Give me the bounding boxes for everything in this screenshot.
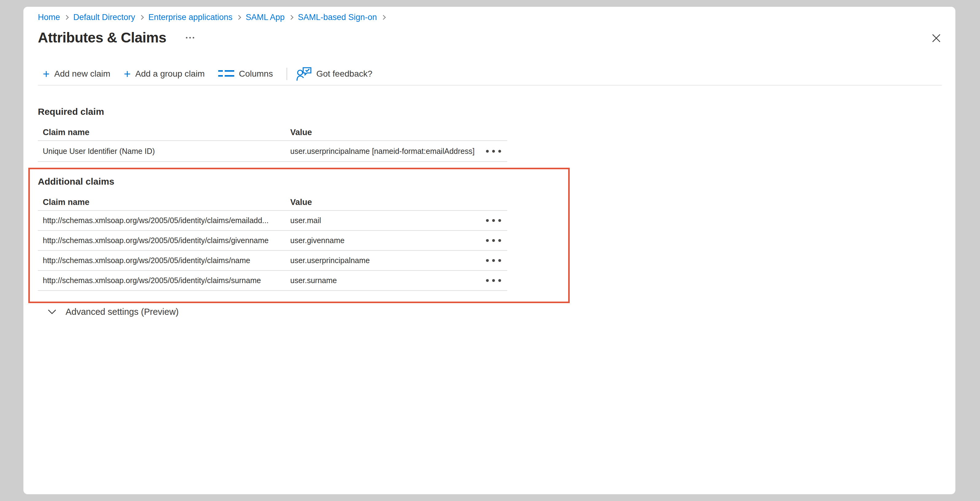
columns-button[interactable]: Columns: [218, 69, 273, 79]
chevron-right-icon: [139, 15, 144, 20]
context-menu-button[interactable]: [184, 35, 196, 40]
table-row[interactable]: Unique User Identifier (Name ID) user.us…: [38, 141, 507, 162]
command-bar: + Add new claim + Add a group claim Colu…: [38, 67, 942, 81]
close-button[interactable]: [929, 32, 943, 45]
close-icon: [931, 33, 941, 43]
claim-name-column-header: Claim name: [38, 197, 290, 207]
row-actions-button[interactable]: [484, 257, 504, 264]
breadcrumb-saml-based-sign-on[interactable]: SAML-based Sign-on: [298, 13, 377, 22]
breadcrumb: Home Default Directory Enterprise applic…: [38, 13, 942, 22]
table-row[interactable]: http://schemas.xmlsoap.org/ws/2005/05/id…: [38, 211, 507, 231]
add-group-claim-label: Add a group claim: [135, 69, 205, 79]
toolbar-rule: [38, 85, 942, 86]
value-column-header: Value: [290, 197, 479, 207]
advanced-settings-toggle[interactable]: Advanced settings (Preview): [48, 306, 942, 317]
chevron-right-icon: [236, 15, 241, 20]
additional-claims-table: Claim name Value http://schemas.xmlsoap.…: [38, 194, 507, 291]
claim-name-cell: http://schemas.xmlsoap.org/ws/2005/05/id…: [38, 256, 290, 265]
attributes-claims-blade: Home Default Directory Enterprise applic…: [23, 7, 955, 494]
claim-name-cell: http://schemas.xmlsoap.org/ws/2005/05/id…: [38, 236, 290, 245]
breadcrumb-home[interactable]: Home: [38, 13, 60, 22]
add-new-claim-label: Add new claim: [54, 69, 110, 79]
claim-name-cell: http://schemas.xmlsoap.org/ws/2005/05/id…: [38, 216, 290, 225]
feedback-icon: [296, 67, 312, 81]
page-title: Attributes & Claims: [38, 29, 166, 46]
required-claim-table: Claim name Value Unique User Identifier …: [38, 125, 507, 162]
value-column-header: Value: [290, 128, 479, 137]
value-cell: user.surname: [290, 276, 479, 285]
claim-name-column-header: Claim name: [38, 128, 290, 137]
table-row[interactable]: http://schemas.xmlsoap.org/ws/2005/05/id…: [38, 271, 507, 291]
table-header-row: Claim name Value: [38, 194, 507, 211]
plus-icon: +: [124, 68, 130, 80]
chevron-right-icon: [289, 15, 294, 20]
chevron-right-icon: [64, 15, 69, 20]
row-actions-button[interactable]: [484, 147, 504, 155]
table-row[interactable]: http://schemas.xmlsoap.org/ws/2005/05/id…: [38, 251, 507, 271]
row-actions-button[interactable]: [484, 217, 504, 224]
value-cell: user.userprincipalname [nameid-format:em…: [290, 147, 479, 156]
columns-icon: [218, 69, 234, 78]
blade-header: Attributes & Claims: [38, 29, 942, 46]
value-cell: user.userprincipalname: [290, 256, 479, 265]
toolbar-divider: [286, 68, 287, 80]
row-actions-button[interactable]: [484, 237, 504, 244]
advanced-settings-label: Advanced settings (Preview): [65, 307, 179, 317]
add-group-claim-button[interactable]: + Add a group claim: [124, 68, 205, 80]
breadcrumb-default-directory[interactable]: Default Directory: [73, 13, 135, 22]
claim-name-cell: Unique User Identifier (Name ID): [38, 147, 290, 156]
got-feedback-button[interactable]: Got feedback?: [296, 67, 372, 81]
got-feedback-label: Got feedback?: [317, 69, 372, 79]
row-actions-button[interactable]: [484, 277, 504, 284]
plus-icon: +: [43, 68, 49, 80]
value-cell: user.givenname: [290, 236, 479, 245]
breadcrumb-enterprise-applications[interactable]: Enterprise applications: [148, 13, 232, 22]
table-row[interactable]: http://schemas.xmlsoap.org/ws/2005/05/id…: [38, 231, 507, 251]
add-new-claim-button[interactable]: + Add new claim: [43, 68, 110, 80]
claim-name-cell: http://schemas.xmlsoap.org/ws/2005/05/id…: [38, 276, 290, 285]
columns-label: Columns: [239, 69, 273, 79]
additional-claims-heading: Additional claims: [38, 176, 942, 187]
chevron-down-icon: [48, 309, 56, 314]
value-cell: user.mail: [290, 216, 479, 225]
breadcrumb-saml-app[interactable]: SAML App: [246, 13, 285, 22]
chevron-right-icon: [381, 15, 386, 20]
table-header-row: Claim name Value: [38, 125, 507, 141]
required-claim-heading: Required claim: [38, 106, 942, 117]
